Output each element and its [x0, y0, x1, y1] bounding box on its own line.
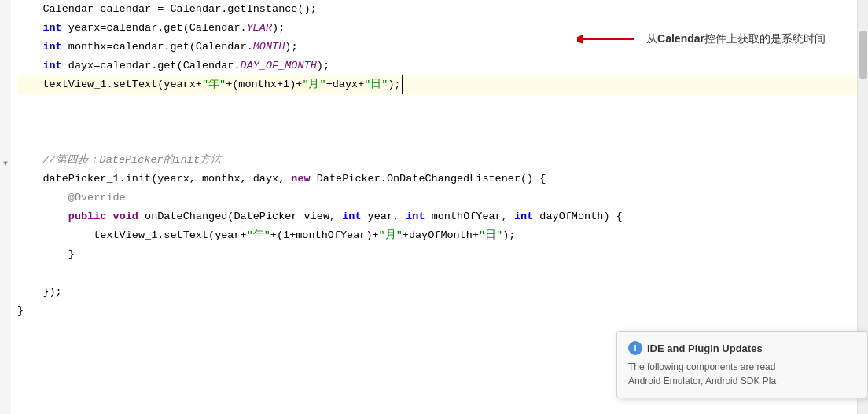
code-comment: //第四步：DatePicker的init方法	[17, 151, 222, 170]
code-line	[17, 264, 857, 283]
code-token: );	[272, 19, 285, 38]
popup-title: IDE and Plugin Updates	[647, 343, 763, 354]
code-line: }	[17, 245, 857, 264]
code-line: @Override	[17, 189, 857, 207]
code-keyword: int	[514, 207, 533, 226]
annotation-arrow	[577, 24, 640, 55]
code-token: }	[17, 245, 75, 264]
code-keyword: int	[406, 207, 425, 226]
code-string: "日"	[479, 226, 502, 245]
code-keyword: new	[291, 170, 310, 189]
popup-body: The following components are read Androi…	[628, 360, 856, 388]
info-icon: i	[628, 341, 642, 355]
code-token: }	[17, 302, 24, 321]
code-keyword: public	[68, 207, 107, 226]
editor-container: ▼ Calendar calendar = Calendar.getInstan…	[0, 0, 868, 414]
code-string: "月"	[379, 226, 403, 245]
code-token: textView_1.setText(yearx+	[17, 75, 202, 94]
code-line: //第四步：DatePicker的init方法	[17, 151, 857, 170]
code-keyword: void	[113, 207, 138, 226]
code-line: Calendar calendar = Calendar.getInstance…	[17, 0, 857, 19]
code-token: MONTH	[253, 38, 285, 57]
code-token: year,	[362, 207, 406, 226]
code-annotation: @Override	[17, 189, 126, 207]
code-line: int dayx=calendar.get(Calendar.DAY_OF_MO…	[17, 57, 857, 75]
code-string: "年"	[202, 75, 226, 94]
code-token	[106, 207, 112, 226]
code-line	[17, 94, 857, 113]
code-token	[17, 207, 68, 226]
code-token: );	[388, 75, 400, 94]
code-token: );	[285, 38, 297, 57]
code-token: textView_1.setText(year+	[17, 226, 247, 245]
code-keyword: int	[42, 19, 61, 38]
code-line: });	[17, 283, 857, 302]
code-token	[17, 38, 42, 57]
code-token: onDateChanged(DatePicker view,	[138, 207, 342, 226]
code-token: DatePicker.OnDateChangedListener() {	[311, 170, 546, 189]
code-token: dayx=calendar.get(Calendar.	[62, 57, 241, 75]
code-token	[17, 57, 42, 75]
code-keyword: int	[42, 38, 61, 57]
ide-update-popup: i IDE and Plugin Updates The following c…	[616, 331, 868, 398]
code-string: "日"	[364, 75, 388, 94]
annotation-container: 从Calendar控件上获取的是系统时间	[577, 24, 826, 55]
code-token: });	[17, 283, 62, 302]
code-keyword: int	[342, 207, 361, 226]
code-line: public void onDateChanged(DatePicker vie…	[17, 207, 857, 226]
code-token: monthx=calendar.get(Calendar.	[62, 38, 253, 57]
code-token: );	[502, 226, 515, 245]
code-line	[17, 113, 857, 132]
code-line: textView_1.setText(year+"年"+(1+monthOfYe…	[17, 226, 857, 245]
code-token: DAY_OF_MONTH	[241, 57, 317, 75]
popup-header: i IDE and Plugin Updates	[628, 341, 856, 355]
code-token: +(monthx+1)+	[226, 75, 302, 94]
left-sidebar: ▼	[0, 0, 11, 414]
code-line-highlighted: textView_1.setText(yearx+"年"+(monthx+1)+…	[17, 75, 857, 94]
code-token: monthOfYear,	[425, 207, 514, 226]
code-token: );	[317, 57, 329, 75]
cursor	[402, 75, 410, 94]
code-token: Calendar calendar = Calendar.getInstance…	[17, 0, 317, 19]
code-string: "年"	[247, 226, 270, 245]
code-token	[17, 19, 42, 38]
code-token: +(1+monthOfYear)+	[270, 226, 379, 245]
code-token: dayOfMonth) {	[533, 207, 622, 226]
scrollbar-thumb[interactable]	[859, 31, 867, 79]
code-line: }	[17, 302, 857, 321]
code-token: yearx=calendar.get(Calendar.	[62, 19, 247, 38]
code-string: "月"	[302, 75, 326, 94]
code-keyword: int	[42, 57, 61, 75]
code-line: datePicker_1.init(yearx, monthx, dayx, n…	[17, 170, 857, 189]
code-line	[17, 132, 857, 151]
code-token: +dayOfMonth+	[403, 226, 479, 245]
code-token: YEAR	[247, 19, 272, 38]
annotation-text: 从Calendar控件上获取的是系统时间	[646, 32, 826, 46]
code-token: +dayx+	[326, 75, 365, 94]
code-token: datePicker_1.init(yearx, monthx, dayx,	[17, 170, 291, 189]
